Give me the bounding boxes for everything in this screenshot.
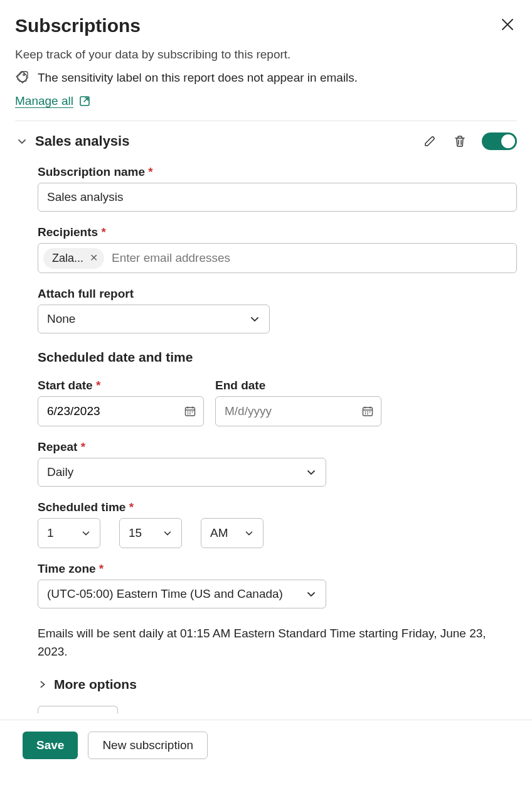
- scheduled-time-label: Scheduled time *: [38, 500, 517, 514]
- ampm-select[interactable]: AM: [201, 518, 263, 548]
- trash-icon: [453, 134, 467, 148]
- page-subtitle: Keep track of your data by subscribing t…: [15, 48, 517, 62]
- close-button[interactable]: [498, 15, 517, 34]
- chevron-down-icon: [81, 528, 91, 538]
- recipients-text-input[interactable]: [110, 251, 511, 266]
- tag-icon: [15, 70, 30, 85]
- chevron-down-icon: [306, 588, 317, 600]
- subscription-name-input[interactable]: [38, 183, 517, 212]
- manage-all-label: Manage all: [15, 94, 73, 108]
- attach-report-label: Attach full report: [38, 287, 517, 301]
- subscription-title: Sales analysis: [35, 133, 129, 149]
- chevron-down-icon: [244, 528, 254, 538]
- pencil-icon: [423, 134, 437, 148]
- collapse-subscription-button[interactable]: [15, 134, 29, 148]
- end-date-input[interactable]: [215, 396, 381, 426]
- repeat-select[interactable]: Daily: [38, 458, 326, 487]
- sensitivity-notice-row: The sensitivity label on this report doe…: [15, 70, 517, 85]
- chevron-down-icon: [16, 136, 28, 147]
- hour-select[interactable]: 1: [38, 518, 100, 548]
- chevron-right-icon: [38, 679, 48, 689]
- subscription-name-label: Subscription name *: [38, 165, 517, 179]
- partial-element: [38, 706, 118, 713]
- recipients-label: Recipients *: [38, 225, 517, 239]
- more-options-toggle[interactable]: More options: [38, 677, 517, 692]
- timezone-select[interactable]: (UTC-05:00) Eastern Time (US and Canada): [38, 580, 326, 608]
- timezone-label: Time zone *: [38, 562, 517, 576]
- manage-all-link[interactable]: Manage all: [15, 94, 91, 108]
- open-external-icon: [78, 95, 91, 107]
- close-icon: [501, 18, 514, 31]
- page-title: Subscriptions: [15, 15, 141, 36]
- ampm-value: AM: [210, 526, 228, 540]
- chevron-down-icon: [249, 313, 260, 325]
- chevron-down-icon: [162, 528, 173, 538]
- repeat-label: Repeat *: [38, 440, 517, 454]
- start-date-label: Start date *: [38, 379, 204, 392]
- minute-value: 15: [129, 526, 142, 540]
- divider: [15, 121, 517, 121]
- svg-point-0: [23, 74, 25, 76]
- recipient-chip-label: Zala...: [52, 252, 83, 265]
- save-button[interactable]: Save: [23, 732, 78, 759]
- delete-subscription-button[interactable]: [452, 133, 468, 149]
- more-options-label: More options: [54, 677, 137, 692]
- recipients-input[interactable]: Zala... ✕: [38, 243, 517, 273]
- start-date-input[interactable]: [38, 396, 204, 426]
- footer: Save New subscription: [0, 720, 532, 774]
- timezone-value: (UTC-05:00) Eastern Time (US and Canada): [47, 587, 283, 601]
- repeat-value: Daily: [47, 465, 73, 479]
- new-subscription-button[interactable]: New subscription: [88, 732, 208, 759]
- schedule-summary: Emails will be sent daily at 01:15 AM Ea…: [38, 625, 517, 661]
- remove-recipient-icon[interactable]: ✕: [90, 253, 98, 263]
- attach-report-select[interactable]: None: [38, 305, 270, 333]
- attach-report-value: None: [47, 312, 75, 326]
- recipient-chip[interactable]: Zala... ✕: [43, 248, 104, 269]
- end-date-label: End date: [215, 379, 381, 392]
- schedule-section-heading: Scheduled date and time: [38, 350, 517, 365]
- subscription-enable-toggle[interactable]: [482, 132, 517, 150]
- minute-select[interactable]: 15: [119, 518, 182, 548]
- sensitivity-notice-text: The sensitivity label on this report doe…: [38, 71, 358, 85]
- toggle-knob: [501, 134, 515, 148]
- chevron-down-icon: [306, 467, 317, 478]
- hour-value: 1: [47, 526, 54, 540]
- edit-subscription-button[interactable]: [422, 133, 438, 149]
